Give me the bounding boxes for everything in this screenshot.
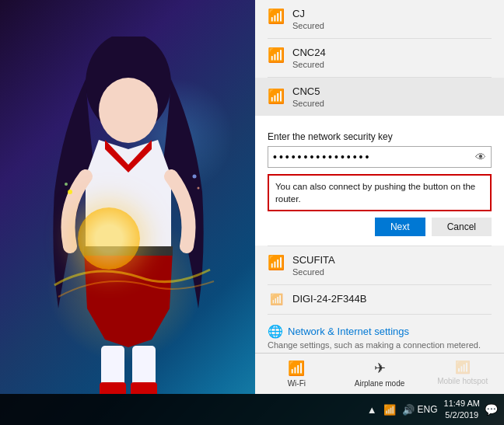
taskbar-time-text: 11:49 AM: [444, 398, 480, 409]
taskbar-language[interactable]: ENG: [418, 404, 438, 415]
taskbar-arrow-icon[interactable]: ▲: [367, 404, 377, 416]
wifi-info-cj: CJ Secured: [292, 8, 324, 30]
wifi-quick-action[interactable]: 📶 Wi-Fi: [255, 354, 338, 394]
taskbar-system-icons: ▲ 📶 🔊: [367, 404, 415, 416]
taskbar-notification-icon[interactable]: 💬: [485, 403, 498, 416]
network-settings-section: 🌐 Network & Internet settings Change set…: [255, 315, 504, 353]
cancel-button[interactable]: Cancel: [432, 218, 492, 236]
network-settings-title-text: Network & Internet settings: [288, 326, 409, 337]
svg-point-8: [65, 183, 68, 186]
airplane-quick-action[interactable]: ✈ Airplane mode: [338, 354, 422, 394]
taskbar: ▲ 📶 🔊 ENG 11:49 AM 5/2/2019 💬: [0, 394, 504, 425]
wifi-status-scufita: Secured: [292, 267, 335, 277]
security-key-label: Enter the network security key: [268, 131, 492, 142]
hotspot-quick-action[interactable]: 📶 Mobile hotspot: [421, 354, 504, 394]
wifi-info-digi: DIGI-24-2F344B: [292, 293, 366, 306]
wifi-status-cnc24: Secured: [292, 60, 326, 69]
wifi-signal-icon-scufita: 📶: [268, 254, 285, 271]
hotspot-quick-label: Mobile hotspot: [437, 377, 488, 385]
connect-buttons: Next Cancel: [268, 218, 492, 236]
network-globe-icon: 🌐: [268, 324, 283, 339]
hotspot-quick-icon: 📶: [455, 360, 471, 374]
wifi-network-cnc5: 📶 CNC5 Secured Enter the network securit…: [255, 78, 504, 246]
wifi-info-cnc5: CNC5 Secured: [292, 85, 324, 108]
wifi-panel: 📶 CJ Secured 📶 CNC24 Secured 📶 CNC5 Secu…: [255, 0, 504, 394]
airplane-quick-icon: ✈: [374, 360, 386, 377]
wifi-network-cnc24[interactable]: 📶 CNC24 Secured: [255, 39, 504, 77]
wifi-name-scufita: SCUFITA: [292, 254, 335, 267]
taskbar-date-text: 5/2/2019: [445, 409, 478, 421]
wifi-name-cnc5: CNC5: [292, 85, 324, 99]
magic-orb: [78, 207, 140, 270]
wifi-network-digi[interactable]: 📶 DIGI-24-2F344B: [255, 285, 504, 314]
wifi-signal-icon-cnc5: 📶: [268, 88, 285, 105]
airplane-quick-label: Airplane mode: [355, 379, 404, 388]
network-settings-link[interactable]: 🌐 Network & Internet settings: [268, 324, 492, 339]
wifi-info-cnc24: CNC24 Secured: [292, 47, 326, 69]
wifi-quick-icon: 📶: [288, 360, 305, 377]
security-key-input[interactable]: [268, 147, 471, 167]
wifi-network-cj[interactable]: 📶 CJ Secured: [255, 0, 504, 38]
wifi-quick-label: Wi-Fi: [288, 379, 306, 388]
wifi-connect-form: Enter the network security key 👁 You can…: [255, 124, 504, 246]
wifi-status-cnc5: Secured: [292, 99, 324, 108]
taskbar-volume-icon[interactable]: 🔊: [402, 404, 415, 416]
wifi-name-digi: DIGI-24-2F344B: [292, 293, 366, 306]
svg-rect-6: [131, 382, 157, 394]
svg-point-9: [193, 175, 197, 179]
security-key-input-wrap: 👁: [268, 146, 492, 168]
svg-point-7: [68, 190, 72, 194]
taskbar-clock[interactable]: 11:49 AM 5/2/2019: [444, 398, 480, 422]
password-toggle-icon[interactable]: 👁: [471, 151, 491, 163]
wifi-network-scufita[interactable]: 📶 SCUFITA Secured: [255, 246, 504, 284]
taskbar-network-icon[interactable]: 📶: [383, 404, 396, 416]
router-info-text: You can also connect by pushing the butt…: [275, 182, 475, 204]
quick-actions-bar: 📶 Wi-Fi ✈ Airplane mode 📶 Mobile hotspot: [255, 353, 504, 394]
wifi-cnc5-header[interactable]: 📶 CNC5 Secured: [255, 78, 504, 116]
wifi-signal-icon-cnc24: 📶: [268, 47, 285, 64]
wifi-status-cj: Secured: [292, 21, 324, 30]
wifi-network-list: 📶 CJ Secured 📶 CNC24 Secured 📶 CNC5 Secu…: [255, 0, 504, 353]
svg-point-1: [99, 78, 158, 143]
wifi-signal-icon-cj: 📶: [268, 8, 285, 25]
svg-rect-5: [100, 382, 126, 394]
wifi-name-cj: CJ: [292, 8, 324, 21]
svg-point-10: [198, 187, 200, 190]
wifi-info-scufita: SCUFITA Secured: [292, 254, 335, 277]
network-settings-description: Change settings, such as making a connec…: [268, 340, 492, 350]
wifi-name-cnc24: CNC24: [292, 47, 326, 60]
wifi-signal-icon-digi: 📶: [268, 293, 285, 305]
router-info-box: You can also connect by pushing the butt…: [268, 174, 492, 211]
next-button[interactable]: Next: [375, 218, 425, 236]
